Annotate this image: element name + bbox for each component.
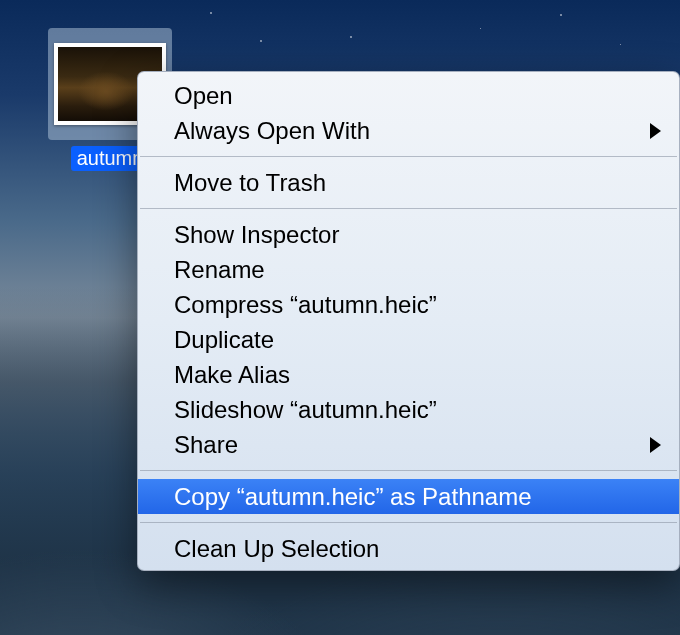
menu-item-make-alias[interactable]: Make Alias xyxy=(138,357,679,392)
menu-item-share[interactable]: Share xyxy=(138,427,679,462)
menu-item-duplicate[interactable]: Duplicate xyxy=(138,322,679,357)
menu-separator xyxy=(140,208,677,209)
menu-item-label: Show Inspector xyxy=(174,221,339,248)
chevron-right-icon xyxy=(650,123,661,139)
menu-item-label: Clean Up Selection xyxy=(174,535,379,562)
star xyxy=(210,12,212,14)
chevron-right-icon xyxy=(650,437,661,453)
star xyxy=(350,36,352,38)
menu-item-label: Compress “autumn.heic” xyxy=(174,291,437,318)
menu-item-label: Share xyxy=(174,431,238,458)
menu-item-always-open-with[interactable]: Always Open With xyxy=(138,113,679,148)
menu-item-show-inspector[interactable]: Show Inspector xyxy=(138,217,679,252)
menu-item-label: Slideshow “autumn.heic” xyxy=(174,396,437,423)
menu-item-label: Duplicate xyxy=(174,326,274,353)
menu-item-move-to-trash[interactable]: Move to Trash xyxy=(138,165,679,200)
menu-item-slideshow[interactable]: Slideshow “autumn.heic” xyxy=(138,392,679,427)
star xyxy=(620,44,621,45)
star xyxy=(260,40,262,42)
menu-separator xyxy=(140,156,677,157)
menu-item-label: Move to Trash xyxy=(174,169,326,196)
menu-separator xyxy=(140,522,677,523)
menu-item-label: Open xyxy=(174,82,233,109)
menu-item-label: Make Alias xyxy=(174,361,290,388)
star xyxy=(480,28,481,29)
menu-item-rename[interactable]: Rename xyxy=(138,252,679,287)
menu-item-copy-as-pathname[interactable]: Copy “autumn.heic” as Pathname xyxy=(138,479,679,514)
menu-item-label: Always Open With xyxy=(174,117,370,144)
menu-item-open[interactable]: Open xyxy=(138,78,679,113)
menu-separator xyxy=(140,470,677,471)
menu-item-label: Copy “autumn.heic” as Pathname xyxy=(174,483,532,510)
menu-item-clean-up-selection[interactable]: Clean Up Selection xyxy=(138,531,679,566)
menu-item-label: Rename xyxy=(174,256,265,283)
star xyxy=(560,14,562,16)
menu-item-compress[interactable]: Compress “autumn.heic” xyxy=(138,287,679,322)
context-menu: Open Always Open With Move to Trash Show… xyxy=(137,71,680,571)
